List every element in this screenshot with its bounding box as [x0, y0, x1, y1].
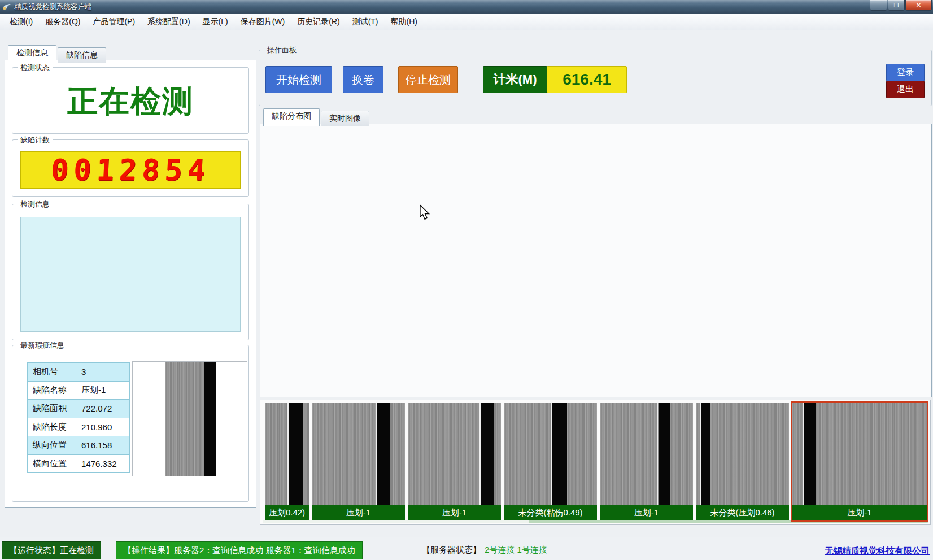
defect-thumbnail[interactable]: 压划-1	[792, 403, 927, 520]
server-status-label: 【服务器状态】	[422, 545, 481, 555]
left-tab-row: 检测信息缺陷信息	[8, 45, 107, 63]
defect-thumbnail[interactable]: 压划-1	[408, 403, 501, 520]
latest-defect-table: 相机号3缺陷名称压划-1缺陷面积722.072缺陷长度210.960纵向位置61…	[27, 362, 130, 473]
defect-thumbnail[interactable]: 未分类(粘伤0.49)	[504, 403, 597, 520]
run-status-badge: 【运行状态】正在检测	[2, 541, 101, 559]
thumbnail-image	[600, 403, 693, 505]
title-bar: 精质视觉检测系统客户端 — ❐ ✕	[0, 0, 933, 14]
result-status-badge: 【操作结果】服务器2：查询信息成功 服务器1：查询信息成功	[116, 541, 363, 559]
close-button[interactable]: ✕	[905, 0, 932, 11]
app-window: 精质视觉检测系统客户端 — ❐ ✕ 检测(I)服务器(Q)产品管理(P)系统配置…	[0, 0, 933, 560]
defect-field-value: 616.158	[76, 436, 130, 455]
latest-defect-image	[132, 361, 247, 476]
defect-field-value: 1476.332	[76, 454, 130, 473]
defect-field-label: 缺陷面积	[28, 400, 76, 418]
tab-检测信息[interactable]: 检测信息	[8, 45, 56, 63]
thumbnail-image	[312, 403, 405, 505]
left-tab-body: 检测状态 正在检测 缺陷计数 0012854 检测信息 最新瑕疵信息 相机号3缺…	[5, 60, 256, 508]
logout-button[interactable]: 退出	[886, 81, 925, 98]
thumbnail-image	[408, 403, 501, 505]
meter-value: 616.41	[547, 66, 627, 93]
defect-field-value: 3	[76, 363, 130, 382]
defect-field-value: 722.072	[76, 400, 130, 418]
detect-status-value: 正在检测	[12, 81, 248, 123]
menu-item[interactable]: 帮助(H)	[385, 15, 424, 29]
menu-item[interactable]: 服务器(Q)	[39, 15, 86, 29]
thumbnail-image	[265, 403, 309, 505]
table-row: 相机号3	[28, 363, 130, 382]
menu-bar: 检测(I)服务器(Q)产品管理(P)系统配置(D)显示(L)保存图片(W)历史记…	[0, 14, 933, 30]
thumbnail-image	[504, 403, 597, 505]
view-tab-body	[260, 124, 932, 397]
menu-item[interactable]: 显示(L)	[197, 15, 234, 29]
table-row: 缺陷面积722.072	[28, 400, 130, 418]
tab-缺陷信息[interactable]: 缺陷信息	[58, 47, 106, 63]
stop-detect-button[interactable]: 停止检测	[398, 66, 458, 93]
defect-thumbnail[interactable]: 压划-1	[600, 403, 693, 520]
meter-label: 计米(M)	[483, 66, 547, 93]
menu-item[interactable]: 产品管理(P)	[86, 15, 141, 29]
thumbnail-caption: 压划0.42)	[265, 505, 309, 520]
thumbnail-caption: 未分类(压划0.46)	[696, 505, 789, 520]
defect-field-label: 相机号	[28, 363, 76, 382]
thumbnail-caption: 压划-1	[408, 505, 501, 520]
detect-info-group: 检测信息	[12, 204, 249, 340]
defect-field-label: 缺陷长度	[28, 418, 76, 436]
change-roll-button[interactable]: 换卷	[343, 66, 383, 93]
thumbnail-image	[792, 403, 927, 505]
thumbnail-image	[696, 403, 789, 505]
view-tab-row: 缺陷分布图实时图像	[263, 108, 370, 126]
defect-counter-display: 0012854	[20, 151, 241, 189]
defect-field-value: 压划-1	[76, 381, 130, 400]
menu-item[interactable]: 保存图片(W)	[234, 15, 291, 29]
defect-field-label: 缺陷名称	[28, 381, 76, 400]
defect-thumbnail[interactable]: 未分类(压划0.46)	[696, 403, 789, 520]
detect-info-title: 检测信息	[18, 199, 53, 209]
defect-thumbnail[interactable]: 压划0.42)	[265, 403, 309, 520]
menu-item[interactable]: 测试(T)	[346, 15, 385, 29]
defect-counter-digits: 0012854	[50, 153, 211, 187]
defect-thumbnail[interactable]: 压划-1	[312, 403, 405, 520]
thumbnail-caption: 压划-1	[312, 505, 405, 520]
table-row: 横向位置1476.332	[28, 454, 130, 473]
defect-thumbnail-strip: 压划0.42)压划-1压划-1未分类(粘伤0.49)压划-1未分类(压划0.46…	[260, 400, 931, 525]
minimize-button[interactable]: —	[870, 0, 887, 11]
table-row: 缺陷名称压划-1	[28, 381, 130, 400]
table-row: 纵向位置616.158	[28, 436, 130, 455]
window-title: 精质视觉检测系统客户端	[14, 2, 92, 12]
tab-实时图像[interactable]: 实时图像	[321, 111, 369, 126]
server-status-value: 2号连接 1号连接	[485, 545, 547, 555]
thumbnail-caption: 压划-1	[792, 505, 927, 520]
control-panel-title: 操作面板	[264, 45, 299, 55]
menu-item[interactable]: 系统配置(D)	[141, 15, 196, 29]
defect-field-label: 横向位置	[28, 454, 76, 473]
thumbnail-caption: 压划-1	[600, 505, 693, 520]
defect-field-value: 210.960	[76, 418, 130, 436]
login-button[interactable]: 登录	[886, 64, 925, 81]
table-row: 缺陷长度210.960	[28, 418, 130, 436]
detect-status-title: 检测状态	[18, 63, 53, 73]
latest-defect-group: 最新瑕疵信息 相机号3缺陷名称压划-1缺陷面积722.072缺陷长度210.96…	[12, 345, 249, 502]
menu-item[interactable]: 检测(I)	[3, 15, 39, 29]
detect-status-group: 检测状态 正在检测	[12, 67, 249, 134]
status-bar: 【运行状态】正在检测 【操作结果】服务器2：查询信息成功 服务器1：查询信息成功…	[0, 537, 933, 560]
company-link[interactable]: 无锡精质视觉科技有限公司	[825, 545, 930, 557]
app-logo-icon	[2, 3, 11, 11]
detect-info-textbox[interactable]	[20, 217, 241, 332]
defect-count-title: 缺陷计数	[18, 135, 53, 145]
latest-defect-title: 最新瑕疵信息	[18, 340, 67, 351]
restore-button[interactable]: ❐	[888, 0, 905, 11]
defect-field-label: 纵向位置	[28, 436, 76, 455]
mouse-cursor	[419, 204, 430, 220]
tab-缺陷分布图[interactable]: 缺陷分布图	[263, 108, 320, 126]
menu-item[interactable]: 历史记录(R)	[291, 15, 346, 29]
thumbnail-caption: 未分类(粘伤0.49)	[504, 505, 597, 520]
server-status-text: 【服务器状态】 2号连接 1号连接	[415, 541, 554, 558]
start-detect-button[interactable]: 开始检测	[265, 66, 332, 93]
defect-count-group: 缺陷计数 0012854	[12, 139, 249, 197]
